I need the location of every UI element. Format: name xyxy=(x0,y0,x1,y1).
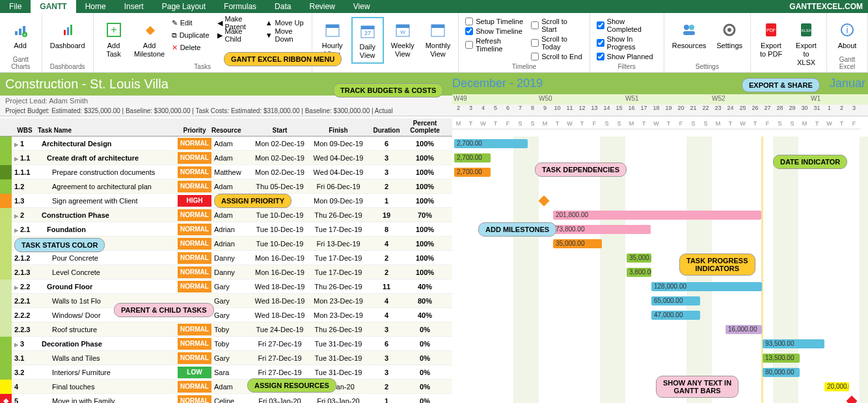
duration-cell[interactable]: 2 xyxy=(368,254,405,262)
col-duration[interactable]: Duration xyxy=(368,127,405,134)
pct-cell[interactable]: 40% xyxy=(405,283,444,291)
priority-cell[interactable]: NORMAL xyxy=(178,324,211,335)
make-child-button[interactable]: ▶Make Child xyxy=(215,29,260,41)
wbs-cell[interactable]: 3.1 xyxy=(12,354,38,362)
pct-cell[interactable]: 0% xyxy=(405,397,444,404)
resource-cell[interactable]: Gary xyxy=(211,283,251,291)
col-priority[interactable]: Priority xyxy=(178,127,211,134)
start-cell[interactable]: Thu 05-Dec-19 xyxy=(251,183,309,190)
move-down-button[interactable]: ▼Move Down xyxy=(263,29,308,41)
priority-cell[interactable]: NORMAL xyxy=(178,381,211,393)
finish-cell[interactable]: Fri 13-Dec-19 xyxy=(309,240,368,248)
wbs-cell[interactable]: 1.2 xyxy=(12,183,38,190)
menu-data[interactable]: Data xyxy=(265,0,300,13)
duration-cell[interactable]: 11 xyxy=(368,283,405,291)
menu-view[interactable]: View xyxy=(344,0,379,13)
wbs-cell[interactable]: ▶2.2 xyxy=(12,283,38,291)
priority-cell[interactable]: NORMAL xyxy=(178,338,211,350)
start-cell[interactable]: Tue 24-Dec-19 xyxy=(251,326,309,333)
resource-cell[interactable]: Adam xyxy=(211,154,251,162)
gantt-bar[interactable]: 73,800.00 xyxy=(553,225,651,234)
finish-cell[interactable]: Fri 06-Dec-19 xyxy=(309,183,368,190)
finish-cell[interactable]: Tue 31-Dec-19 xyxy=(309,369,368,376)
task-row[interactable]: 1.2 Agreement to architectural plan NORM… xyxy=(0,179,452,194)
pct-cell[interactable]: 80% xyxy=(405,297,444,305)
wbs-cell[interactable]: ▶2 xyxy=(12,211,38,219)
col-name[interactable]: Task Name xyxy=(38,127,178,134)
finish-cell[interactable]: Mon 09-Dec-19 xyxy=(309,197,368,205)
pct-cell[interactable]: 70% xyxy=(405,211,444,219)
pct-cell[interactable]: 100% xyxy=(405,140,444,148)
priority-cell[interactable]: NORMAL xyxy=(178,209,211,221)
add-gantt-button[interactable]: + Add xyxy=(4,17,36,53)
pct-cell[interactable]: 0% xyxy=(405,340,444,348)
menu-review[interactable]: Review xyxy=(300,0,344,13)
duration-cell[interactable]: 2 xyxy=(368,183,405,190)
resource-cell[interactable]: Celine xyxy=(211,397,251,404)
gantt-bar[interactable]: 35,000.00 xyxy=(553,239,602,248)
gantt-bar[interactable]: 2,700.00 xyxy=(454,168,491,177)
task-name-cell[interactable]: Move in with Family xyxy=(38,397,178,404)
pct-cell[interactable]: 100% xyxy=(405,154,444,162)
wbs-cell[interactable]: ▶2.1 xyxy=(12,226,38,233)
gantt-bar[interactable]: 13,500.00 xyxy=(763,354,800,363)
gantt-bar[interactable]: 80,000.00 xyxy=(763,368,800,377)
menu-formulas[interactable]: Formulas xyxy=(215,0,265,13)
resource-cell[interactable]: Toby xyxy=(211,340,251,348)
resource-cell[interactable]: Adrian xyxy=(211,240,251,248)
settings-button[interactable]: Settings xyxy=(712,17,746,53)
gantt-bar[interactable]: 16,000.00 xyxy=(726,325,762,334)
add-milestone-button[interactable]: Add Milestone xyxy=(133,17,167,61)
task-name-cell[interactable]: Architectural Design xyxy=(38,140,178,148)
gantt-bar[interactable]: 35,000.00 xyxy=(627,254,651,263)
start-cell[interactable]: Mon 02-Dec-19 xyxy=(251,140,309,148)
task-name-cell[interactable]: Sign agreement with Client xyxy=(38,197,178,205)
col-pct[interactable]: Percent Complete xyxy=(405,120,444,134)
scroll-start-check[interactable]: Scroll to Start xyxy=(528,17,585,34)
task-row[interactable]: 2.1.2 Pour Concrete NORMAL Danny Mon 16-… xyxy=(0,251,452,265)
task-name-cell[interactable]: Level Concrete xyxy=(38,268,178,276)
start-cell[interactable]: Tue 10-Dec-19 xyxy=(251,211,309,219)
task-row[interactable]: 2.2.2 Windows/ Door Gary Wed 18-Dec-19 M… xyxy=(0,308,452,322)
gantt-area[interactable]: 2,700.002,700.002,700.00201,800.0073,800… xyxy=(452,136,868,403)
menu-insert[interactable]: Insert xyxy=(115,0,153,13)
start-cell[interactable]: Wed 18-Dec-19 xyxy=(251,283,309,291)
export-pdf-button[interactable]: PDFExport to PDF xyxy=(755,17,787,61)
start-cell[interactable]: Tue 10-Dec-19 xyxy=(251,240,309,248)
pct-cell[interactable]: 100% xyxy=(405,268,444,276)
resource-cell[interactable]: Danny xyxy=(211,268,251,276)
gantt-bar[interactable]: 47,000.00 xyxy=(651,311,700,320)
col-start[interactable]: Start xyxy=(251,127,309,134)
task-name-cell[interactable]: Walls and Tiles xyxy=(38,354,178,362)
wbs-cell[interactable]: 2.2.3 xyxy=(12,326,38,333)
daily-view-button[interactable]: 27Daily View xyxy=(351,17,384,64)
task-row[interactable]: 3.2 Interiors/ Furniture LOW Sara Fri 27… xyxy=(0,365,452,380)
wbs-cell[interactable]: 5 xyxy=(12,397,38,404)
wbs-cell[interactable]: 4 xyxy=(12,383,38,391)
task-name-cell[interactable]: Pour Concrete xyxy=(38,254,178,262)
menu-file[interactable]: File xyxy=(0,0,31,13)
finish-cell[interactable]: Thu 26-Dec-19 xyxy=(309,283,368,291)
duplicate-button[interactable]: ⧉Duplicate xyxy=(169,29,212,41)
wbs-cell[interactable]: 2.1.2 xyxy=(12,254,38,262)
task-row[interactable]: ▶1 Architectural Design NORMAL Adam Mon … xyxy=(0,136,452,151)
pct-cell[interactable]: 100% xyxy=(405,168,444,176)
resource-cell[interactable]: Gary xyxy=(211,354,251,362)
pct-cell[interactable]: 0% xyxy=(405,369,444,376)
col-wbs[interactable]: WBS xyxy=(12,127,38,134)
finish-cell[interactable]: Fri 03-Jan-20 xyxy=(309,397,368,404)
finish-cell[interactable]: Thu 26-Dec-19 xyxy=(309,326,368,333)
show-planned-check[interactable]: Show Planned xyxy=(594,52,660,61)
gantt-bar[interactable]: 20,000.00 xyxy=(824,382,849,391)
resource-cell[interactable]: Adam xyxy=(211,211,251,219)
start-cell[interactable]: Fri 27-Dec-19 xyxy=(251,340,309,348)
duration-cell[interactable]: 2 xyxy=(368,383,405,391)
task-name-cell[interactable]: Roof structure xyxy=(38,326,178,333)
wbs-cell[interactable]: ▶3 xyxy=(12,340,38,348)
resource-cell[interactable]: Adam xyxy=(211,140,251,148)
pct-cell[interactable]: 100% xyxy=(405,197,444,205)
task-name-cell[interactable]: Decoration Phase xyxy=(38,340,178,348)
gantt-bar[interactable]: 2,700.00 xyxy=(454,139,528,148)
task-name-cell[interactable]: Create draft of architecture xyxy=(38,154,178,162)
edit-button[interactable]: ✎Edit xyxy=(169,17,212,29)
